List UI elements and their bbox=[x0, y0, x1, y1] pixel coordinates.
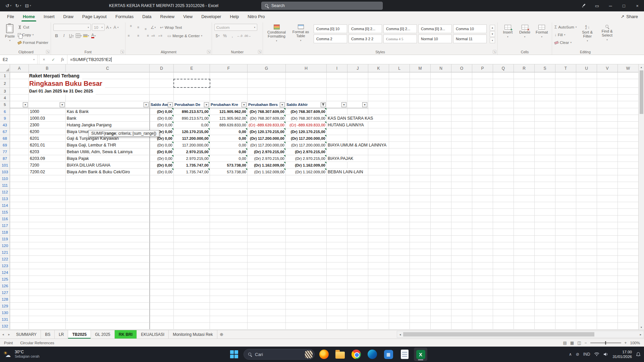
sheet-tab-monitoring-mutasi-rek[interactable]: Monitoring Mutasi Rek bbox=[169, 330, 217, 339]
cell-B6[interactable]: 1000 bbox=[29, 108, 66, 115]
cell-V128[interactable] bbox=[597, 296, 618, 303]
cell-O68[interactable] bbox=[451, 135, 472, 142]
cell-J2[interactable] bbox=[347, 79, 368, 88]
cell-W119[interactable] bbox=[618, 236, 639, 242]
row-header-120[interactable]: 120 bbox=[0, 242, 10, 249]
increase-decimal-button[interactable]: ←.0 bbox=[236, 33, 243, 39]
cell-W129[interactable] bbox=[618, 303, 639, 309]
cell-P4[interactable] bbox=[472, 95, 493, 101]
cell-D126[interactable] bbox=[150, 283, 174, 289]
cell-A127[interactable] bbox=[10, 289, 29, 296]
zoom-slider-thumb[interactable] bbox=[605, 341, 606, 345]
cell-Q6[interactable] bbox=[493, 108, 514, 115]
cell-I4[interactable] bbox=[327, 95, 347, 101]
cell-W103[interactable] bbox=[618, 169, 639, 175]
cell-S112[interactable] bbox=[535, 189, 555, 195]
font-size-select[interactable]: 10▾ bbox=[92, 24, 105, 31]
cell-L115[interactable] bbox=[389, 209, 410, 216]
cell-A117[interactable] bbox=[10, 222, 29, 229]
column-header-H[interactable]: H bbox=[286, 64, 327, 72]
cell-I69[interactable]: BIAYA UMUM & ADM LAINNYA bbox=[327, 142, 347, 148]
cell-P117[interactable] bbox=[472, 222, 493, 229]
cell-S128[interactable] bbox=[535, 296, 555, 303]
cell-N43[interactable] bbox=[431, 122, 451, 128]
cell-J119[interactable] bbox=[347, 236, 368, 242]
cell-O116[interactable] bbox=[451, 216, 472, 222]
cell-G123[interactable] bbox=[248, 262, 286, 269]
cell-S126[interactable] bbox=[535, 283, 555, 289]
italic-button[interactable]: I bbox=[61, 33, 67, 39]
cell-U126[interactable] bbox=[576, 283, 597, 289]
cell-F129[interactable] bbox=[210, 303, 248, 309]
cell-E103[interactable]: 1.735.747,00 bbox=[174, 169, 210, 175]
cell-D114[interactable] bbox=[150, 202, 174, 209]
cell-J132[interactable] bbox=[347, 323, 368, 329]
cell-W117[interactable] bbox=[618, 222, 639, 229]
cell-B123[interactable] bbox=[29, 262, 66, 269]
cell-K118[interactable] bbox=[368, 229, 389, 236]
cell-K117[interactable] bbox=[368, 222, 389, 229]
cell-W114[interactable] bbox=[618, 202, 639, 209]
cell-N132[interactable] bbox=[431, 323, 451, 329]
cell-J5[interactable]: ▼ bbox=[347, 101, 368, 108]
cell-R125[interactable] bbox=[514, 276, 535, 283]
cell-S3[interactable] bbox=[535, 88, 555, 95]
column-header-P[interactable]: P bbox=[472, 64, 493, 72]
cell-S130[interactable] bbox=[535, 309, 555, 316]
cell-R130[interactable] bbox=[514, 309, 535, 316]
cell-G1[interactable] bbox=[248, 72, 286, 79]
cell-K121[interactable] bbox=[368, 249, 389, 256]
cell-S122[interactable] bbox=[535, 256, 555, 262]
cell-I123[interactable] bbox=[327, 262, 347, 269]
cell-M120[interactable] bbox=[410, 242, 431, 249]
cell-S6[interactable] bbox=[535, 108, 555, 115]
cell-V9[interactable] bbox=[597, 115, 618, 122]
horizontal-scroll-thumb[interactable] bbox=[403, 332, 594, 337]
format-as-table-button[interactable]: Format as Table ▾ bbox=[289, 23, 312, 49]
cell-T129[interactable] bbox=[555, 303, 576, 309]
zoom-in-button[interactable]: + bbox=[625, 341, 627, 345]
cell-O132[interactable] bbox=[451, 323, 472, 329]
cell-H2[interactable] bbox=[286, 79, 327, 88]
cell-Q5[interactable] bbox=[493, 101, 514, 108]
cell-B113[interactable] bbox=[29, 195, 66, 202]
column-header-W[interactable]: W bbox=[618, 64, 639, 72]
cell-F43[interactable]: 889.639.833,00 bbox=[210, 122, 248, 128]
cell-P5[interactable] bbox=[472, 101, 493, 108]
number-dialog-launcher[interactable]: ↘ bbox=[258, 50, 262, 54]
cell-I6[interactable] bbox=[327, 108, 347, 115]
cell-style-5[interactable]: Comma 10 bbox=[453, 24, 487, 33]
cell-U101[interactable] bbox=[576, 162, 597, 169]
cell-C126[interactable] bbox=[66, 283, 150, 289]
cell-R121[interactable] bbox=[514, 249, 535, 256]
cell-F9[interactable]: 121.905.962,00 bbox=[210, 115, 248, 122]
column-header-U[interactable]: U bbox=[576, 64, 597, 72]
cell-U6[interactable] bbox=[576, 108, 597, 115]
cell-L43[interactable] bbox=[389, 122, 410, 128]
vertical-scroll-thumb[interactable] bbox=[640, 70, 643, 114]
cell-J68[interactable] bbox=[347, 135, 368, 142]
paste-button[interactable]: Paste ▾ bbox=[4, 23, 16, 49]
cell-Q129[interactable] bbox=[493, 303, 514, 309]
cell-B103[interactable]: 7200.02 bbox=[29, 169, 66, 175]
cell-N121[interactable] bbox=[431, 249, 451, 256]
cell-L117[interactable] bbox=[389, 222, 410, 229]
cell-M113[interactable] bbox=[410, 195, 431, 202]
cell-B117[interactable] bbox=[29, 222, 66, 229]
cell-G111[interactable] bbox=[248, 182, 286, 189]
cell-Q1[interactable] bbox=[493, 72, 514, 79]
cell-H119[interactable] bbox=[286, 236, 327, 242]
cell-J121[interactable] bbox=[347, 249, 368, 256]
ribbon-tab-draw[interactable]: Draw bbox=[59, 11, 78, 21]
cell-L124[interactable] bbox=[389, 269, 410, 276]
cell-Q118[interactable] bbox=[493, 229, 514, 236]
cell-V77[interactable] bbox=[597, 148, 618, 155]
ribbon-tab-nitro-pro[interactable]: Nitro Pro bbox=[243, 11, 269, 21]
cell-M69[interactable] bbox=[410, 142, 431, 148]
cell-V119[interactable] bbox=[597, 236, 618, 242]
column-header-V[interactable]: V bbox=[597, 64, 618, 72]
cell-N131[interactable] bbox=[431, 316, 451, 323]
cell-E120[interactable] bbox=[174, 242, 210, 249]
cell-K1[interactable] bbox=[368, 72, 389, 79]
sheet-nav-left-button[interactable]: ◂ bbox=[0, 330, 6, 339]
